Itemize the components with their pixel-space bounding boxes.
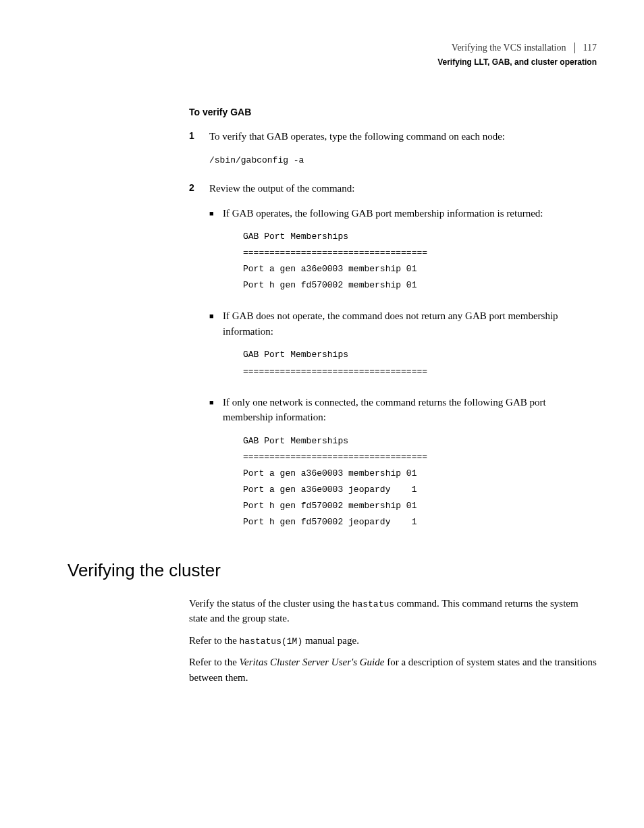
code-block: GAB Port Memberships ===================… — [243, 347, 597, 379]
body-paragraph: Refer to the Veritas Cluster Server User… — [189, 655, 597, 685]
bullet-marker-icon — [209, 395, 223, 425]
chapter-title: Verifying the VCS installation — [452, 40, 566, 55]
step-2: 2 Review the output of the command: — [189, 181, 597, 196]
section-title: Verifying LLT, GAB, and cluster operatio… — [68, 56, 597, 68]
page-number: 117 — [583, 40, 597, 55]
header-breadcrumb: Verifying the VCS installation 117 — [68, 40, 597, 55]
para-text: Verify the status of the cluster using t… — [189, 598, 352, 609]
bullet-item: If GAB does not operate, the command doe… — [209, 308, 597, 339]
step-number: 2 — [189, 181, 209, 196]
para-text: Refer to the — [189, 657, 240, 667]
header-divider — [574, 43, 575, 53]
body-paragraph: Verify the status of the cluster using t… — [189, 596, 597, 626]
code-block: GAB Port Memberships ===================… — [243, 433, 597, 530]
para-text: manual page. — [302, 635, 359, 646]
code-block: GAB Port Memberships ===================… — [243, 229, 597, 294]
step-text: To verify that GAB operates, type the fo… — [209, 129, 597, 144]
step-1: 1 To verify that GAB operates, type the … — [189, 129, 597, 144]
inline-code: hastatus(1M) — [240, 636, 303, 646]
section-heading: Verifying the cluster — [68, 557, 597, 584]
bullet-marker-icon — [209, 308, 223, 339]
bullet-text: If only one network is connected, the co… — [223, 395, 597, 425]
bullet-text: If GAB operates, the following GAB port … — [223, 206, 597, 221]
body-paragraph: Refer to the hastatus(1M) manual page. — [189, 633, 597, 648]
para-text: Refer to the — [189, 635, 240, 646]
bullet-item: If only one network is connected, the co… — [209, 395, 597, 425]
reference-title: Veritas Cluster Server User's Guide — [240, 657, 385, 667]
step-number: 1 — [189, 129, 209, 144]
code-block: /sbin/gabconfig -a — [209, 154, 597, 168]
step-text: Review the output of the command: — [209, 181, 597, 196]
page-header: Verifying the VCS installation 117 Verif… — [68, 40, 597, 68]
subsection-heading: To verify GAB — [189, 105, 597, 119]
bullet-item: If GAB operates, the following GAB port … — [209, 206, 597, 221]
inline-code: hastatus — [352, 599, 394, 609]
bullet-text: If GAB does not operate, the command doe… — [223, 308, 597, 339]
bullet-marker-icon — [209, 206, 223, 221]
